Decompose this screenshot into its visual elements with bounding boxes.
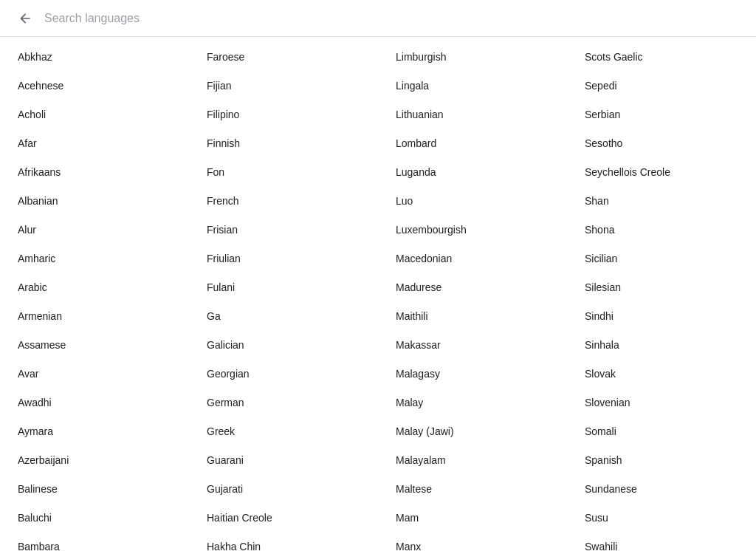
language-item[interactable]: Finnish [189,129,378,158]
language-item[interactable]: Sinhala [567,331,756,360]
language-item[interactable]: Luo [378,187,567,216]
language-item[interactable]: Maithili [378,302,567,331]
language-grid: AbkhazFaroeseLimburgishScots GaelicAcehn… [0,37,756,551]
back-arrow-icon [18,11,32,26]
language-item[interactable]: Hakha Chin [189,533,378,551]
language-item[interactable]: Spanish [567,446,756,475]
language-item[interactable]: Abkhaz [0,43,189,72]
language-item[interactable]: Gujarati [189,475,378,504]
language-item[interactable]: Aymara [0,417,189,446]
language-item[interactable]: Lithuanian [378,100,567,129]
language-item[interactable]: Fon [189,158,378,187]
language-item[interactable]: Madurese [378,273,567,302]
language-item[interactable]: Guarani [189,446,378,475]
language-item[interactable]: Malayalam [378,446,567,475]
language-item[interactable]: Macedonian [378,244,567,273]
language-item[interactable]: Afar [0,129,189,158]
language-item[interactable]: Faroese [189,43,378,72]
language-item[interactable]: Acholi [0,100,189,129]
language-item[interactable]: German [189,389,378,417]
language-item[interactable]: Sundanese [567,475,756,504]
language-item[interactable]: Swahili [567,533,756,551]
language-item[interactable]: Limburgish [378,43,567,72]
language-item[interactable]: Malagasy [378,360,567,389]
language-item[interactable]: Lingala [378,72,567,100]
language-item[interactable]: Scots Gaelic [567,43,756,72]
language-item[interactable]: Luganda [378,158,567,187]
header [0,0,756,37]
language-item[interactable]: Haitian Creole [189,504,378,533]
language-item[interactable]: Afrikaans [0,158,189,187]
language-item[interactable]: Sindhi [567,302,756,331]
search-input[interactable] [44,12,744,25]
language-item[interactable]: Shona [567,216,756,244]
language-item[interactable]: Armenian [0,302,189,331]
language-item[interactable]: Baluchi [0,504,189,533]
language-item[interactable]: Malay (Jawi) [378,417,567,446]
language-item[interactable]: Greek [189,417,378,446]
language-item[interactable]: Silesian [567,273,756,302]
language-item[interactable]: Seychellois Creole [567,158,756,187]
language-item[interactable]: Makassar [378,331,567,360]
language-item[interactable]: Susu [567,504,756,533]
language-item[interactable]: Lombard [378,129,567,158]
language-item[interactable]: Amharic [0,244,189,273]
language-item[interactable]: Galician [189,331,378,360]
language-item[interactable]: Sepedi [567,72,756,100]
language-item[interactable]: Bambara [0,533,189,551]
language-item[interactable]: Sesotho [567,129,756,158]
language-item[interactable]: Slovenian [567,389,756,417]
language-item[interactable]: Slovak [567,360,756,389]
language-item[interactable]: Friulian [189,244,378,273]
language-item[interactable]: Filipino [189,100,378,129]
language-item[interactable]: Arabic [0,273,189,302]
language-item[interactable]: Sicilian [567,244,756,273]
language-item[interactable]: Ga [189,302,378,331]
language-item[interactable]: Alur [0,216,189,244]
language-item[interactable]: Malay [378,389,567,417]
language-item[interactable]: Awadhi [0,389,189,417]
language-item[interactable]: Georgian [189,360,378,389]
language-item[interactable]: Shan [567,187,756,216]
language-item[interactable]: Assamese [0,331,189,360]
language-item[interactable]: Mam [378,504,567,533]
language-item[interactable]: Frisian [189,216,378,244]
language-item[interactable]: Serbian [567,100,756,129]
language-item[interactable]: Fijian [189,72,378,100]
language-item[interactable]: Fulani [189,273,378,302]
back-button[interactable] [12,5,38,32]
language-item[interactable]: French [189,187,378,216]
language-item[interactable]: Azerbaijani [0,446,189,475]
language-item[interactable]: Maltese [378,475,567,504]
language-item[interactable]: Balinese [0,475,189,504]
language-item[interactable]: Luxembourgish [378,216,567,244]
language-item[interactable]: Avar [0,360,189,389]
language-item[interactable]: Manx [378,533,567,551]
language-item[interactable]: Acehnese [0,72,189,100]
language-item[interactable]: Albanian [0,187,189,216]
language-item[interactable]: Somali [567,417,756,446]
